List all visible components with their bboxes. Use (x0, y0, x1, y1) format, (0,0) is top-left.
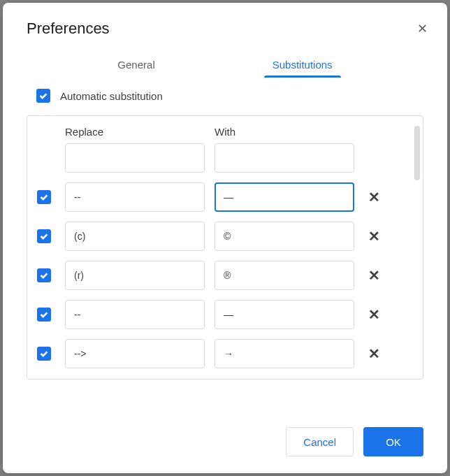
replace-input[interactable] (65, 143, 205, 173)
scrollbar[interactable] (414, 126, 420, 180)
check-icon (39, 192, 49, 202)
row-checkbox-slot (37, 308, 55, 322)
replace-input[interactable] (65, 300, 205, 329)
check-icon (39, 349, 49, 359)
row-checkbox-slot (37, 347, 55, 361)
row-checkbox[interactable] (37, 229, 51, 243)
delete-slot: ✕ (364, 226, 384, 246)
row-checkbox[interactable] (37, 347, 51, 361)
row-checkbox[interactable] (37, 190, 51, 204)
table-row (37, 143, 406, 173)
row-checkbox-slot (37, 268, 55, 282)
replace-input[interactable] (65, 261, 205, 290)
delete-slot: ✕ (364, 187, 384, 207)
auto-substitution-checkbox[interactable] (36, 89, 50, 103)
table-scroll-area[interactable]: Replace With ✕✕✕✕✕ (27, 116, 423, 379)
table-row: ✕ (37, 182, 406, 212)
delete-icon: ✕ (368, 267, 380, 284)
with-input[interactable] (215, 300, 354, 329)
replace-input[interactable] (65, 222, 205, 251)
check-icon (39, 310, 49, 319)
row-checkbox[interactable] (37, 268, 51, 282)
cancel-button[interactable]: Cancel (286, 427, 354, 456)
delete-button[interactable]: ✕ (364, 266, 384, 285)
delete-button[interactable]: ✕ (364, 226, 384, 246)
delete-slot: ✕ (364, 344, 384, 363)
check-icon (39, 231, 49, 241)
row-checkbox-slot (37, 229, 55, 243)
table-row: ✕ (37, 339, 406, 368)
tab-bar: General Substitutions (3, 49, 447, 89)
delete-button[interactable]: ✕ (364, 344, 384, 363)
with-input[interactable] (215, 261, 354, 290)
with-input[interactable] (215, 222, 354, 251)
table-header: Replace With (37, 126, 406, 138)
table-row: ✕ (37, 222, 406, 251)
delete-icon: ✕ (368, 228, 380, 245)
replace-input[interactable] (65, 182, 205, 212)
column-header-replace: Replace (65, 126, 205, 138)
row-checkbox-slot (37, 190, 55, 204)
check-icon (39, 271, 49, 280)
replace-input[interactable] (65, 339, 205, 368)
delete-icon: ✕ (368, 306, 380, 323)
with-input[interactable] (215, 339, 354, 368)
delete-icon: ✕ (368, 345, 380, 362)
close-button[interactable]: ✕ (414, 20, 430, 37)
tab-general[interactable]: General (115, 55, 157, 75)
table-row: ✕ (37, 261, 406, 290)
ok-button[interactable]: OK (363, 427, 423, 456)
delete-button[interactable]: ✕ (364, 305, 384, 324)
dialog-footer: Cancel OK (3, 408, 447, 473)
substitutions-table: Replace With ✕✕✕✕✕ (27, 115, 423, 380)
dialog-header: Preferences ✕ (3, 3, 447, 49)
delete-slot: ✕ (364, 266, 384, 285)
tab-substitutions[interactable]: Substitutions (270, 55, 335, 75)
auto-substitution-row: Automatic substitution (3, 89, 447, 115)
with-input[interactable] (215, 182, 354, 212)
dialog-title: Preferences (27, 20, 110, 38)
column-header-with: With (215, 126, 354, 138)
preferences-dialog: Preferences ✕ General Substitutions Auto… (3, 3, 447, 473)
check-icon (38, 91, 48, 101)
auto-substitution-label: Automatic substitution (60, 90, 163, 102)
close-icon: ✕ (417, 22, 428, 35)
delete-button[interactable]: ✕ (364, 187, 384, 207)
delete-slot: ✕ (364, 305, 384, 324)
with-input[interactable] (215, 143, 354, 173)
table-row: ✕ (37, 300, 406, 329)
row-checkbox[interactable] (37, 308, 51, 322)
delete-icon: ✕ (368, 189, 380, 205)
